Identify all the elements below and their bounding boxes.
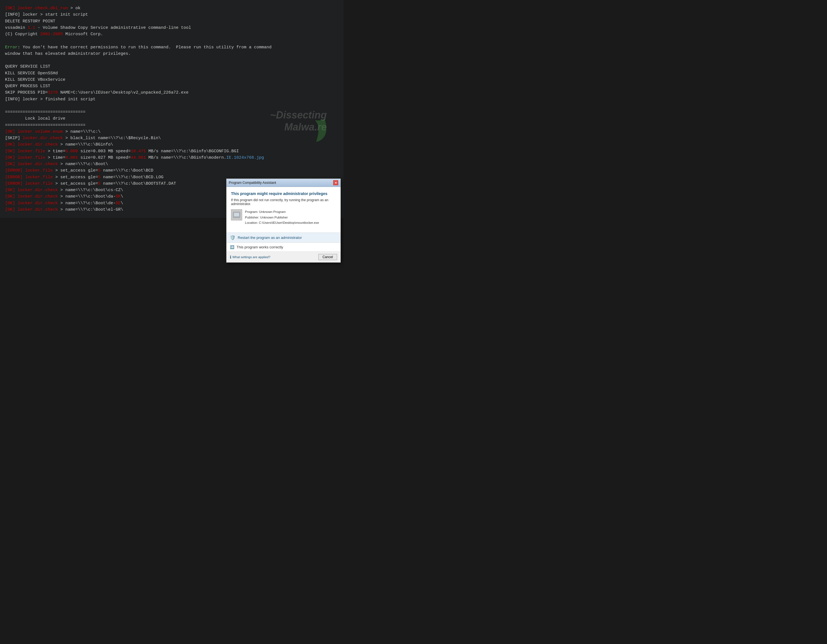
svg-rect-2	[233, 217, 240, 218]
terminal-text: [SKIP]	[5, 136, 23, 141]
terminal-text: MB speed=	[106, 155, 131, 160]
terminal-text: NAME=C:\Users\IEUser\Desktop\v2_unpacked…	[58, 90, 189, 95]
terminal-text: 5	[98, 181, 101, 186]
terminal-line: SKIP PROCESS PID=3276 NAME=C:\Users\IEUs…	[5, 89, 339, 96]
terminal-line: [OK] locker.check.dbl_run > ok	[5, 5, 339, 11]
terminal-text: QUERY SERVICE LIST	[5, 64, 50, 69]
terminal-line: [INFO] locker > finished init script	[5, 96, 339, 103]
terminal-text: locker.file	[17, 149, 45, 154]
terminal-text: [OK]	[5, 201, 17, 206]
terminal-line: DELETE RESTORY POINT	[5, 18, 339, 25]
program-icon	[231, 209, 242, 220]
terminal-text: [OK]	[5, 155, 17, 160]
terminal-text: > set_access gle=	[53, 168, 98, 173]
terminal-text: locker.dir.check	[17, 207, 58, 212]
terminal-text: > black_list name=\\?\c:\$Recycle.Bin\	[63, 136, 161, 141]
works-correctly-button[interactable]: ➡️ This program works correctly	[226, 242, 340, 252]
terminal-text: [OK]	[5, 129, 17, 134]
terminal-text: [INFO] locker > finished init script	[5, 97, 95, 102]
terminal-text: 10.471	[131, 149, 146, 154]
terminal-text: \	[121, 201, 123, 206]
dialog-title: Program Compatibility Assistant	[229, 181, 276, 185]
terminal-text: > name=\\?\c:\Boot\de-	[58, 201, 115, 206]
terminal-text: locker.dir.check	[23, 136, 63, 141]
info-icon: ℹ	[230, 255, 231, 259]
terminal-text: [ERROR]	[5, 181, 25, 186]
terminal-text: 5	[98, 175, 101, 180]
terminal-text: locker.dir.check	[17, 142, 58, 147]
terminal-text: Lock local drive	[5, 116, 66, 121]
terminal-line: ================================	[5, 109, 339, 116]
terminal-text: > time=	[45, 155, 66, 160]
terminal-line: KILL SERVICE OpenSSHd	[5, 70, 339, 77]
terminal-line: window that has elevated administrator p…	[5, 50, 339, 57]
terminal-line: [OK] locker.dir.check > name=\\?\c:\BGin…	[5, 141, 339, 148]
terminal-text: \	[121, 194, 123, 199]
terminal-text: 44.961	[131, 155, 146, 160]
terminal-line: ================================	[5, 122, 339, 128]
terminal-text: [INFO] locker > start init script	[5, 12, 88, 17]
terminal-text: name=\\?\c:\Boot\BCD.LOG	[101, 175, 163, 180]
dialog-footer: ℹ What settings are applied? Cancel	[226, 252, 340, 263]
terminal-line: QUERY SERVICE LIST	[5, 63, 339, 70]
terminal-text: name=\\?\c:\Boot\BOOTSTAT.DAT	[101, 181, 176, 186]
terminal-line: [OK] locker.dir.check > name=\\?\c:\Boot…	[5, 161, 339, 167]
terminal-text: 2001-2005	[40, 32, 63, 37]
terminal-text: DELETE RESTORY POINT	[5, 19, 55, 24]
terminal-text: > set_access gle=	[53, 181, 98, 186]
terminal-text: 0.003	[93, 149, 106, 154]
terminal-text: : You don't have the correct permissions…	[17, 45, 272, 50]
terminal-text: locker.file	[25, 175, 53, 180]
terminal-text: SKIP PROCESS PID=	[5, 90, 48, 95]
terminal-text: MB speed=	[106, 149, 131, 154]
terminal-text: [ERROR]	[5, 168, 25, 173]
terminal-line: (C) Copyright 2001-2005 Microsoft Corp.	[5, 31, 339, 38]
terminal-text: [ERROR]	[5, 175, 25, 180]
dialog-program-info: Program: Unknown Program Publisher: Unkn…	[231, 209, 336, 226]
terminal-text: > name=\\?\c:\Boot\da-	[58, 194, 115, 199]
terminal-text: > name=\\?\c:\Boot\el-GR\	[58, 207, 123, 212]
terminal-text: locker.dir.check	[17, 194, 58, 199]
terminal-line: Lock local drive	[5, 116, 339, 122]
program-name: Program: Unknown Program	[245, 209, 319, 215]
terminal-text: KILL SERVICE OpenSSHd	[5, 71, 58, 76]
terminal-text: QUERY PROCESS LIST	[5, 84, 50, 89]
terminal-text: (C) Copyright	[5, 32, 40, 37]
dialog-heading: This program might require administrator…	[231, 191, 336, 196]
terminal-text: 0.027	[93, 155, 106, 160]
settings-link[interactable]: ℹ What settings are applied?	[230, 255, 270, 259]
restart-as-admin-button[interactable]: 🛡️ Restart the program as an administrat…	[226, 233, 340, 242]
terminal-line	[5, 38, 339, 44]
dialog-description: If this program did not run correctly, t…	[231, 198, 336, 206]
terminal-line	[5, 103, 339, 109]
terminal-text: > name=\\?\c:\BGinfo\	[58, 142, 113, 147]
terminal-text: [OK]	[5, 6, 17, 11]
arrow-icon: ➡️	[230, 245, 234, 249]
terminal-line: vssadmin 1.1 - Volume Shadow Copy Servic…	[5, 25, 339, 31]
terminal-text: > name=\\?\c:\	[63, 129, 101, 134]
terminal-text: locker.volume.enum	[17, 129, 63, 134]
terminal-text: MB/s name=\\?\c:\BGinfo\modern.	[146, 155, 226, 160]
restart-admin-label: Restart the program as an administrator	[238, 236, 302, 240]
terminal-text: > set_access gle=	[53, 175, 98, 180]
dialog-close-button[interactable]: ✕	[333, 180, 338, 185]
terminal-text: MB/s name=\\?\c:\BGinfo\BGCONFIG.BGI	[146, 149, 239, 154]
terminal-text: [OK]	[5, 149, 17, 154]
terminal-text: locker.dir.check	[17, 201, 58, 206]
terminal-text: locker.dir.check	[17, 162, 58, 167]
dialog-titlebar: Program Compatibility Assistant ✕	[226, 179, 340, 187]
location: Location: C:\Users\IEUser\Desktop\mountl…	[245, 220, 319, 226]
cancel-button[interactable]: Cancel	[318, 254, 337, 260]
terminal-text: DK	[115, 194, 121, 199]
terminal-line: [ERROR] locker.file > set_access gle=5 n…	[5, 167, 339, 174]
terminal-line: Error: You don't have the correct permis…	[5, 44, 339, 50]
terminal-text: 3276	[48, 90, 58, 95]
terminal-text: > time=	[45, 149, 66, 154]
terminal-text: [OK]	[5, 142, 17, 147]
terminal-text: > name=\\?\c:\Boot\cs-CZ\	[58, 188, 123, 192]
terminal-text: size=	[78, 149, 93, 154]
terminal-line: [SKIP] locker.dir.check > black_list nam…	[5, 135, 339, 141]
terminal-text: Error	[5, 45, 17, 50]
terminal-line: [OK] locker.volume.enum > name=\\?\c:\	[5, 128, 339, 135]
terminal-text: DE	[115, 201, 121, 206]
